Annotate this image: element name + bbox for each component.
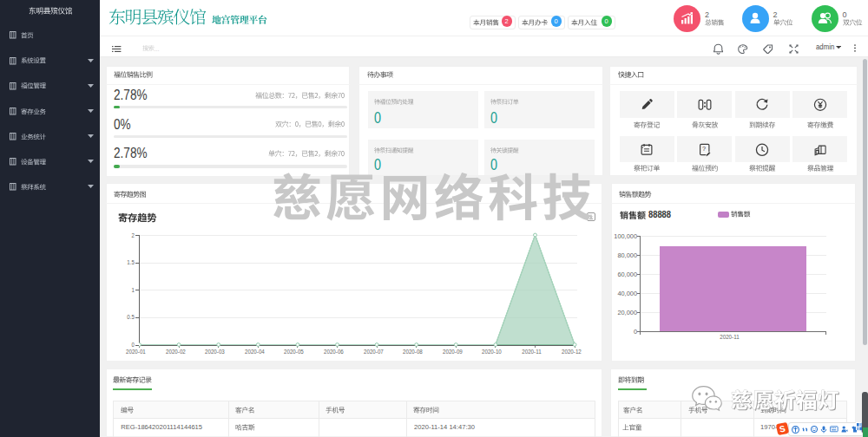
svg-text:?: ? xyxy=(701,145,705,153)
